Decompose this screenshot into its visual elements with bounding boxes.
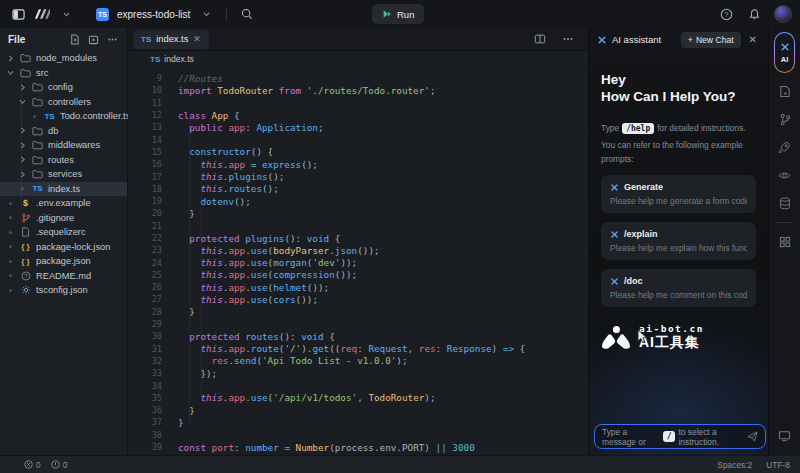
errors-indicator[interactable]: 0 xyxy=(24,460,41,470)
file-tree-item-tsconfig-json[interactable]: tsconfig.json xyxy=(0,283,127,298)
chevron-right-icon[interactable] xyxy=(6,55,15,62)
code-line-16[interactable]: 16 this.app = express(); xyxy=(128,158,588,170)
chevron-down-icon[interactable] xyxy=(6,69,15,76)
file-tree-item-controllers[interactable]: controllers xyxy=(0,95,127,110)
chevron-down-icon[interactable] xyxy=(18,98,27,105)
file-tree-item-package-lock-json[interactable]: { }package-lock.json xyxy=(0,240,127,255)
send-message-icon[interactable] xyxy=(747,431,758,442)
help-icon[interactable]: ? xyxy=(718,6,734,22)
code-line-33[interactable]: 33 }); xyxy=(128,367,588,379)
breadcrumb[interactable]: TS index.ts xyxy=(128,51,588,68)
code-line-37[interactable]: 37} xyxy=(128,416,588,428)
code-line-23[interactable]: 23 this.app.use(bodyParser.json()); xyxy=(128,244,588,256)
chat-input[interactable]: Type a message or / to select a instruct… xyxy=(594,424,766,449)
code-line-14[interactable]: 14 xyxy=(128,133,588,145)
search-icon[interactable] xyxy=(239,6,255,22)
rocket-icon[interactable] xyxy=(774,138,796,157)
code-line-28[interactable]: 28 } xyxy=(128,306,588,318)
file-tree-item--sequelizerc[interactable]: .sequelizerc xyxy=(0,225,127,240)
code-line-10[interactable]: 10import TodoRouter from './routes/Todo.… xyxy=(128,84,588,96)
code-line-36[interactable]: 36 } xyxy=(128,404,588,416)
editor-more-icon[interactable] xyxy=(560,31,576,47)
database-icon[interactable] xyxy=(774,194,796,213)
tab-index-ts[interactable]: TS index.ts ✕ xyxy=(133,30,209,49)
file-tree-item-db[interactable]: db xyxy=(0,124,127,139)
chevron-right-icon[interactable] xyxy=(18,84,27,91)
new-folder-icon[interactable] xyxy=(86,33,100,47)
eye-icon[interactable] xyxy=(774,166,796,185)
user-avatar[interactable] xyxy=(774,5,792,23)
code-line-13[interactable]: 13 public app: Application; xyxy=(128,121,588,133)
monitor-icon[interactable] xyxy=(774,426,796,445)
line-number: 22 xyxy=(128,233,162,243)
code-line-38[interactable]: 38 xyxy=(128,429,588,441)
code-line-26[interactable]: 26 this.app.use(helmet()); xyxy=(128,281,588,293)
git-icon xyxy=(19,213,32,223)
code-line-19[interactable]: 19 dotenv(); xyxy=(128,195,588,207)
file-tree-item-routes[interactable]: routes xyxy=(0,153,127,168)
new-chat-button[interactable]: + New Chat xyxy=(681,32,741,48)
notifications-bell-icon[interactable] xyxy=(746,6,762,22)
tab-close-icon[interactable]: ✕ xyxy=(193,34,201,44)
new-file-icon[interactable] xyxy=(67,33,81,47)
app-logo-icon[interactable] xyxy=(34,6,50,22)
file-tree-item-src[interactable]: src xyxy=(0,66,127,81)
code-text: class App { xyxy=(178,110,240,121)
code-line-9[interactable]: 9//Routes xyxy=(128,72,588,84)
code-line-22[interactable]: 22 protected plugins(): void { xyxy=(128,232,588,244)
code-line-17[interactable]: 17 this.plugins(); xyxy=(128,170,588,182)
rail-ai-assistant-button[interactable]: AI xyxy=(774,32,795,73)
encoding-setting[interactable]: UTF-8 xyxy=(766,460,790,470)
code-line-11[interactable]: 11 xyxy=(128,97,588,109)
indentation-setting[interactable]: Spaces:2 xyxy=(717,460,752,470)
file-tree-item-todo-controller-ts[interactable]: TSTodo.controller.ts xyxy=(0,109,127,124)
code-line-31[interactable]: 31 this.app.route('/').get((req: Request… xyxy=(128,343,588,355)
warnings-indicator[interactable]: 0 xyxy=(51,460,68,470)
file-tree-item-package-json[interactable]: { }package.json xyxy=(0,254,127,269)
file-tree-item--env-example[interactable]: $.env.example xyxy=(0,196,127,211)
apps-grid-icon[interactable] xyxy=(774,232,796,251)
code-line-29[interactable]: 29 xyxy=(128,318,588,330)
code-line-35[interactable]: 35 this.app.use('/api/v1/todos', TodoRou… xyxy=(128,392,588,404)
run-button[interactable]: Run xyxy=(372,4,424,24)
split-editor-icon[interactable] xyxy=(532,31,548,47)
code-line-18[interactable]: 18 this.routes(); xyxy=(128,183,588,195)
project-chevron-icon[interactable] xyxy=(198,6,214,22)
code-area[interactable]: 9//Routes10import TodoRouter from './rou… xyxy=(128,68,588,453)
code-line-32[interactable]: 32 res.send('Api Todo List - v1.0.0'); xyxy=(128,355,588,367)
file-tree-item-index-ts[interactable]: TSindex.ts xyxy=(0,182,127,197)
document-icon[interactable]: a xyxy=(774,82,796,101)
ts-icon: TS xyxy=(43,112,56,121)
code-line-39[interactable]: 39const port: number = Number(process.en… xyxy=(128,441,588,453)
code-line-34[interactable]: 34 xyxy=(128,379,588,391)
code-line-15[interactable]: 15 constructor() { xyxy=(128,146,588,158)
code-line-12[interactable]: 12class App { xyxy=(128,109,588,121)
code-line-20[interactable]: 20 } xyxy=(128,207,588,219)
code-line-21[interactable]: 21 xyxy=(128,220,588,232)
prompt-card-generate[interactable]: GeneratePlease help me generate a form c… xyxy=(601,175,756,213)
code-line-30[interactable]: 30 protected routes(): void { xyxy=(128,330,588,342)
ai-panel-close-icon[interactable]: ✕ xyxy=(746,34,760,45)
file-tree-item--gitignore[interactable]: .gitignore xyxy=(0,211,127,226)
prompt-card-doc[interactable]: /docPlease help me comment on this code. xyxy=(601,269,756,307)
prompt-card-explain[interactable]: /explainPlease help me explain how this … xyxy=(601,222,756,260)
file-tree-item-services[interactable]: services xyxy=(0,167,127,182)
file-tree-item-readme-md[interactable]: ?README.md xyxy=(0,269,127,284)
chevron-right-icon[interactable] xyxy=(18,171,27,178)
code-line-25[interactable]: 25 this.app.use(compression()); xyxy=(128,269,588,281)
git-branch-icon[interactable] xyxy=(774,110,796,129)
sidebar-toggle-icon[interactable] xyxy=(10,6,26,22)
code-line-27[interactable]: 27 this.app.use(cors()); xyxy=(128,293,588,305)
project-name[interactable]: express-todo-list xyxy=(117,9,190,20)
workspace-chevron-icon[interactable] xyxy=(58,6,74,22)
help-command-chip[interactable]: /help xyxy=(622,123,654,134)
chevron-right-icon[interactable] xyxy=(18,156,27,163)
chevron-right-icon[interactable] xyxy=(18,142,27,149)
file-tree-item-config[interactable]: config xyxy=(0,80,127,95)
chevron-right-icon[interactable] xyxy=(18,127,27,134)
code-line-24[interactable]: 24 this.app.use(morgan('dev')); xyxy=(128,256,588,268)
file-tree-item-node-modules[interactable]: node_modules xyxy=(0,51,127,66)
file-tree-item-middlewares[interactable]: middlewares xyxy=(0,138,127,153)
line-number: 33 xyxy=(128,368,162,378)
explorer-more-icon[interactable] xyxy=(105,33,119,47)
